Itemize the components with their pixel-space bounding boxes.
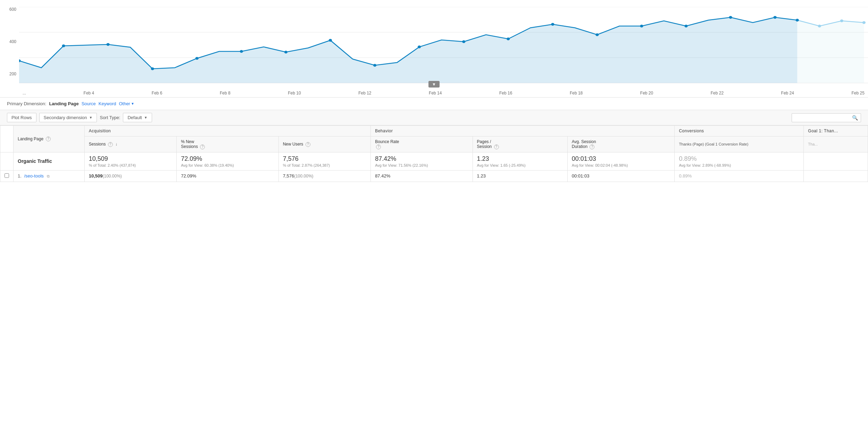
x-label: Feb 25: [852, 91, 865, 96]
help-icon: ?: [108, 142, 113, 147]
y-label-600: 600: [9, 7, 16, 12]
sort-type-dropdown[interactable]: Default ▼: [123, 113, 152, 122]
chart-dot: [684, 25, 687, 27]
row-checkbox-input[interactable]: [5, 173, 9, 178]
primary-dimension-source-link[interactable]: Source: [82, 101, 96, 106]
conversions-group-header: Conversions: [675, 126, 804, 136]
table-group-header-row: Landing Page ? Acquisition Behavior Conv…: [0, 126, 868, 136]
x-label: Feb 8: [220, 91, 231, 96]
secondary-dimension-label: Secondary dimension: [44, 115, 87, 120]
organic-goal-rate-col2: [804, 152, 868, 170]
chart-dot-light: [818, 25, 821, 27]
y-label-400: 400: [9, 39, 16, 44]
primary-dimension-bar: Primary Dimension: Landing Page Source K…: [0, 97, 868, 110]
search-icon: 🔍: [852, 115, 858, 121]
goal-group-header: Goal 1: Than...: [804, 126, 868, 136]
chart-dot: [195, 57, 199, 60]
goal-conv-rate-header[interactable]: Thanks (Page) (Goal 1 Conversion Rate): [675, 136, 804, 152]
chevron-down-icon: ▼: [89, 116, 93, 119]
organic-pages-per-session: 1.23 Avg for View: 1.65 (-25.49%): [473, 152, 567, 170]
search-box[interactable]: 🔍: [792, 113, 861, 122]
chart-fill-light: [797, 20, 864, 83]
organic-avg-session-duration: 00:01:03 Avg for View: 00:02:04 (-48.98%…: [567, 152, 675, 170]
chart-dot: [729, 16, 732, 19]
chart-dot: [62, 44, 65, 47]
help-icon: ?: [376, 144, 381, 149]
landing-page-link[interactable]: /seo-tools: [24, 173, 43, 179]
table-row: 1. /seo-tools ⧉ 10,509(100.00%) 72.09% 7…: [0, 170, 868, 182]
sort-type-label: Sort Type:: [100, 115, 120, 120]
x-label: Feb 4: [84, 91, 94, 96]
goal-conv-rate-short-header[interactable]: Tha...: [804, 136, 868, 152]
x-label: Feb 12: [358, 91, 371, 96]
x-label: Feb 10: [288, 91, 301, 96]
row-bounce-rate: 87.42%: [371, 170, 473, 182]
plot-rows-button[interactable]: Plot Rows: [7, 113, 36, 122]
pages-per-session-header[interactable]: Pages /Session ?: [473, 136, 567, 152]
row-pages-per-session: 1.23: [473, 170, 567, 182]
primary-dimension-other-link[interactable]: Other ▼: [119, 101, 134, 106]
chart-dot-light: [840, 19, 843, 22]
table-sub-header-row: Sessions ? ↓ % NewSessions ? New Users ?…: [0, 136, 868, 152]
primary-dimension-keyword-link[interactable]: Keyword: [99, 101, 116, 106]
chart-svg-area: [19, 7, 868, 83]
organic-new-users: 7,576 % of Total: 2.87% (264,387): [278, 152, 370, 170]
row-checkbox[interactable]: [0, 170, 14, 182]
help-icon: ?: [590, 144, 594, 149]
row-sessions: 10,509(100.00%): [84, 170, 176, 182]
search-input[interactable]: [795, 115, 852, 120]
landing-page-header: Landing Page ?: [14, 126, 85, 152]
row-new-users: 7,576(100.00%): [278, 170, 370, 182]
row-pct-new-sessions: 72.09%: [177, 170, 278, 182]
pct-new-sessions-header[interactable]: % NewSessions ?: [177, 136, 278, 152]
x-label: Feb 14: [429, 91, 442, 96]
organic-traffic-label: Organic Traffic: [14, 152, 85, 170]
pages-per-session-label: Pages /Session: [477, 139, 492, 149]
chart-dot: [796, 19, 799, 22]
chart-dot: [418, 45, 421, 48]
x-label: Feb 6: [152, 91, 162, 96]
line-chart-svg: [19, 7, 868, 83]
chart-container: 600 400 200: [0, 0, 868, 97]
chart-dot: [240, 50, 243, 53]
x-label: Feb 20: [640, 91, 653, 96]
organic-goal-rate: 0.89% Avg for View: 2.89% (-68.99%): [675, 152, 804, 170]
primary-dimension-active: Landing Page: [49, 101, 78, 106]
y-label-200: 200: [9, 72, 16, 76]
sessions-header[interactable]: Sessions ? ↓: [84, 136, 176, 152]
toolbar: Plot Rows Secondary dimension ▼ Sort Typ…: [0, 110, 868, 125]
x-label: Feb 22: [711, 91, 724, 96]
data-table: Landing Page ? Acquisition Behavior Conv…: [0, 125, 868, 182]
row-landing-page: 1. /seo-tools ⧉: [14, 170, 85, 182]
chart-dot: [106, 43, 109, 46]
goal-conv-rate-short-label: Tha...: [808, 142, 818, 146]
organic-bounce-rate: 87.42% Avg for View: 71.56% (22.16%): [371, 152, 473, 170]
x-label: Feb 16: [499, 91, 512, 96]
copy-icon[interactable]: ⧉: [47, 174, 50, 178]
chart-y-axis: 600 400 200: [0, 7, 19, 76]
avg-session-duration-header[interactable]: Avg. SessionDuration ?: [567, 136, 675, 152]
help-icon: ?: [46, 136, 51, 141]
x-label: ...: [23, 91, 26, 96]
other-label: Other: [119, 101, 130, 106]
chart-dot: [462, 40, 465, 43]
chart-dot-light: [862, 21, 866, 24]
chevron-down-icon: ▼: [131, 102, 134, 106]
secondary-dimension-dropdown[interactable]: Secondary dimension ▼: [39, 113, 97, 122]
chart-dot: [595, 33, 599, 36]
row-goal-rate-col2: [804, 170, 868, 182]
chart-dot: [507, 38, 510, 40]
help-icon: ?: [494, 144, 499, 149]
row-avg-session-duration: 00:01:03: [567, 170, 675, 182]
new-users-label: New Users: [283, 142, 303, 147]
chart-dot: [640, 25, 643, 27]
new-users-header[interactable]: New Users ?: [278, 136, 370, 152]
pct-new-sessions-label: % NewSessions: [181, 139, 198, 149]
x-label: Feb 24: [781, 91, 794, 96]
bounce-rate-header[interactable]: Bounce Rate ?: [371, 136, 473, 152]
chevron-down-icon: ▼: [144, 116, 148, 119]
chevron-down-icon: ▼: [432, 82, 436, 87]
sort-type-value: Default: [127, 115, 142, 120]
checkbox-header: [0, 126, 14, 152]
sort-icon: ↓: [115, 142, 117, 147]
